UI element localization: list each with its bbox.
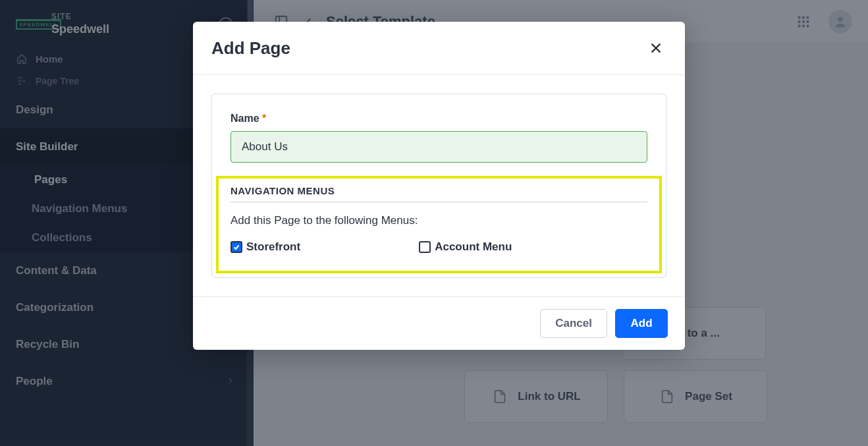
account-menu-checkbox[interactable]	[419, 241, 431, 253]
name-input[interactable]	[231, 131, 647, 163]
modal-title: Add Page	[211, 38, 290, 59]
required-asterisk: *	[262, 113, 266, 124]
modal-header: Add Page	[193, 22, 685, 75]
name-label: Name *	[231, 113, 266, 124]
form-box: Name * NAVIGATION MENUS Add this Page to…	[211, 94, 666, 278]
nav-menus-help: Add this Page to the following Menus:	[231, 214, 647, 227]
menu-storefront-item: Storefront	[231, 240, 300, 254]
name-field: Name *	[231, 113, 647, 163]
account-menu-label: Account Menu	[435, 240, 512, 254]
modal-body: Name * NAVIGATION MENUS Add this Page to…	[193, 75, 685, 296]
add-page-modal: Add Page Name * NAVIGATION MENUS Add thi…	[193, 22, 685, 350]
storefront-checkbox[interactable]	[231, 241, 242, 253]
storefront-label: Storefront	[246, 240, 300, 254]
menu-account-item: Account Menu	[419, 240, 512, 254]
cancel-button[interactable]: Cancel	[540, 309, 607, 338]
nav-menus-heading: NAVIGATION MENUS	[231, 185, 647, 202]
add-button[interactable]: Add	[615, 309, 668, 338]
close-button[interactable]	[645, 38, 666, 59]
navigation-menus-box: NAVIGATION MENUS Add this Page to the fo…	[216, 176, 662, 273]
modal-footer: Cancel Add	[193, 296, 685, 350]
